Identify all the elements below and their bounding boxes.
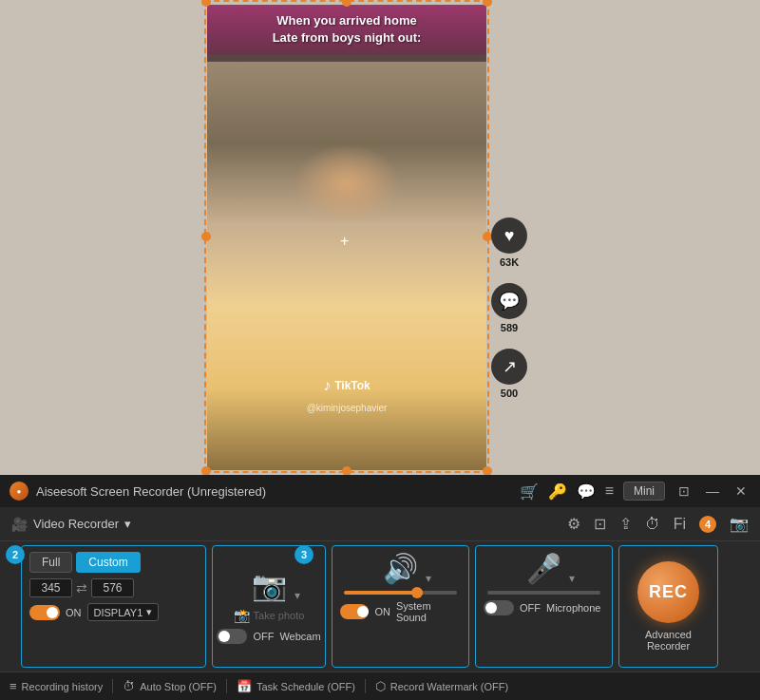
sound-volume-slider[interactable] (344, 591, 457, 595)
webcam-toggle-knob (218, 631, 230, 642)
display-label: DISPLAY1 (94, 607, 143, 618)
tiktok-logo: ♪ TikTok (323, 377, 370, 394)
task-schedule-label: Task Schedule (OFF) (256, 681, 355, 692)
custom-button[interactable]: Custom (76, 552, 140, 573)
share-item: ↗ 500 (491, 349, 527, 399)
controls-area: 2 Full Custom ⇄ ON DISPLAY1 ▾ (0, 541, 760, 672)
menu-icon[interactable]: ≡ (605, 482, 614, 500)
record-watermark-item[interactable]: ⬡ Record Watermark (OFF) (366, 679, 518, 693)
tiktok-header-text: When you arrived home Late from boys nig… (217, 12, 477, 47)
rec-label: REC (649, 582, 688, 602)
section-badge-3: 3 (294, 545, 314, 564)
mic-icon-wrap: 🎤 ▾ (484, 552, 604, 585)
mode-label: Video Recorder (33, 517, 119, 531)
like-item: ♥ 63K (491, 218, 527, 268)
mic-toggle[interactable] (484, 600, 514, 615)
mic-toggle-row: OFF Microphone (484, 600, 604, 615)
sound-icon-wrap: 🔊 ▾ (340, 552, 461, 585)
swap-icon: ⇄ (76, 580, 87, 596)
share-icon-toolbar[interactable]: ⇪ (619, 515, 632, 533)
webcam-chevron-icon: ▾ (294, 589, 300, 602)
like-count: 63K (500, 256, 519, 268)
tiktok-interactions: ♥ 63K 💬 589 ↗ 500 (491, 218, 527, 399)
webcam-label: Webcam (279, 631, 320, 642)
recording-history-item[interactable]: ≡ Recording history (10, 679, 113, 693)
webcam-panel: 📷 ▾ 📸 Take photo OFF Webcam (212, 545, 326, 668)
title-actions: 🛒 🔑 💬 ≡ Mini ⊡ — ✕ (520, 482, 750, 501)
camera-icon[interactable]: 📷 (730, 515, 749, 533)
mic-panel: 🎤 ▾ OFF Microphone (475, 545, 613, 668)
task-schedule-icon: 📅 (237, 679, 252, 693)
mic-off-label: OFF (520, 602, 541, 614)
title-bar: ● Aiseesoft Screen Recorder (Unregistere… (0, 475, 760, 507)
history-icon: ≡ (10, 679, 17, 693)
app-icon: ● (10, 482, 28, 501)
recorder-toolbar: ● Aiseesoft Screen Recorder (Unregistere… (0, 475, 760, 700)
width-input[interactable] (29, 578, 72, 597)
badge-4: 4 (699, 516, 716, 533)
video-recorder-icon: 🎥 (11, 517, 28, 532)
rec-panel: REC Advanced Recorder (618, 545, 718, 668)
sound-volume-thumb[interactable] (411, 587, 423, 598)
display-chevron-icon: ▾ (146, 606, 152, 618)
sound-icon: 🔊 (383, 553, 418, 584)
advanced-recorder-label: Advanced Recorder (627, 629, 710, 652)
mic-icon: 🎤 (526, 553, 561, 584)
mini-button[interactable]: Mini (623, 482, 665, 501)
webcam-off-label: OFF (253, 631, 274, 642)
status-bar: ≡ Recording history ⏱ Auto Stop (OFF) 📅 … (0, 672, 760, 700)
screen-preview-area: When you arrived home Late from boys nig… (0, 0, 760, 475)
display-dropdown[interactable]: DISPLAY1 ▾ (87, 603, 160, 621)
sound-volume-slider-wrap (340, 591, 461, 595)
maximize-icon[interactable]: ⊡ (674, 483, 694, 499)
key-icon[interactable]: 🔑 (548, 482, 567, 501)
fi-icon[interactable]: Fi (674, 516, 686, 533)
task-schedule-item[interactable]: 📅 Task Schedule (OFF) (227, 679, 366, 693)
section-badge-2: 2 (6, 545, 25, 564)
sound-toggle-knob (357, 606, 369, 617)
rec-button[interactable]: REC (637, 561, 699, 623)
auto-stop-item[interactable]: ⏱ Auto Stop (OFF) (113, 679, 227, 693)
mode-selector[interactable]: 🎥 Video Recorder ▾ (11, 517, 131, 532)
height-input[interactable] (91, 578, 134, 597)
dimension-row: ⇄ (29, 578, 198, 597)
mode-chevron-icon: ▾ (124, 517, 131, 531)
cart-icon[interactable]: 🛒 (520, 482, 539, 501)
sound-panel: 🔊 ▾ ON System Sound (332, 545, 469, 668)
display-toggle-row: ON DISPLAY1 ▾ (29, 603, 198, 621)
chat-icon[interactable]: 💬 (577, 482, 596, 501)
close-icon[interactable]: ✕ (732, 483, 750, 499)
tiktok-header: When you arrived home Late from boys nig… (207, 5, 486, 54)
mic-chevron-icon: ▾ (569, 572, 575, 585)
mic-volume-slider[interactable] (487, 591, 600, 595)
mic-toggle-knob (485, 602, 497, 614)
sound-label: System Sound (396, 600, 461, 623)
take-photo-label[interactable]: Take photo (254, 610, 305, 621)
share-count: 500 (501, 388, 518, 399)
sound-toggle[interactable] (340, 604, 369, 619)
webcam-icon-wrap: 📷 ▾ (252, 569, 287, 602)
auto-stop-icon: ⏱ (123, 679, 135, 693)
webcam-toggle-row: OFF Webcam (217, 629, 320, 644)
display-panel: Full Custom ⇄ ON DISPLAY1 ▾ (21, 545, 206, 668)
minimize-icon[interactable]: — (703, 483, 722, 499)
settings-icon[interactable]: ⚙ (567, 515, 580, 533)
share-icon: ↗ (491, 349, 527, 385)
app-title: Aiseesoft Screen Recorder (Unregistered) (36, 484, 512, 499)
crop-icon[interactable]: ⊡ (594, 515, 606, 533)
clock-icon[interactable]: ⏱ (645, 516, 660, 533)
comment-count: 589 (501, 322, 518, 333)
webcam-icon: 📷 (252, 570, 287, 601)
recording-history-label: Recording history (22, 681, 104, 692)
full-button[interactable]: Full (29, 552, 72, 573)
sound-chevron-icon: ▾ (426, 572, 431, 585)
mic-label: Microphone (546, 602, 600, 614)
webcam-toggle[interactable] (217, 629, 247, 644)
display-toggle[interactable] (29, 605, 60, 620)
take-photo-row: 📸 Take photo (234, 608, 305, 623)
watermark-icon: ⬡ (375, 679, 386, 693)
comment-icon: 💬 (491, 283, 527, 319)
mode-row: 🎥 Video Recorder ▾ ⚙ ⊡ ⇪ ⏱ Fi 4 📷 (0, 507, 760, 541)
toolbar-right-icons: ⚙ ⊡ ⇪ ⏱ Fi 4 📷 (567, 515, 749, 533)
tiktok-username: @kiminjosephavier (307, 403, 388, 413)
